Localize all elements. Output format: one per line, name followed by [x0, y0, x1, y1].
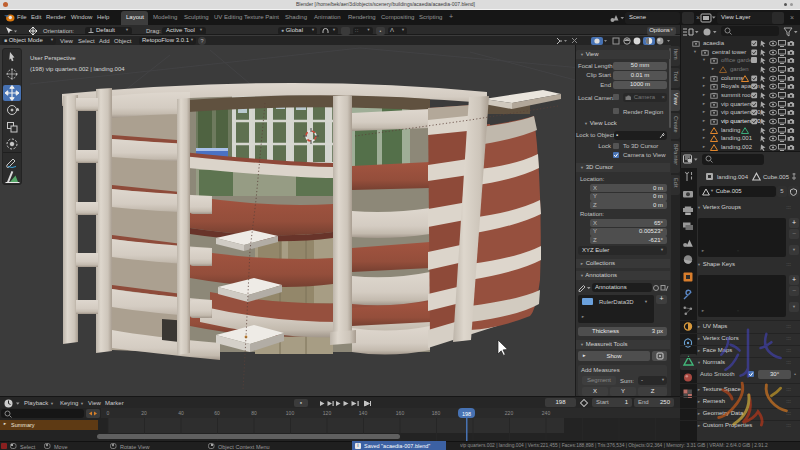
svg-text:220: 220 — [505, 410, 514, 416]
svg-text:User Perspective: User Perspective — [30, 55, 76, 61]
svg-text:0: 0 — [107, 410, 110, 416]
svg-text:160: 160 — [396, 410, 405, 416]
svg-text:80: 80 — [251, 410, 257, 416]
svg-text:60: 60 — [214, 410, 220, 416]
svg-text:180: 180 — [432, 410, 441, 416]
svg-text:40: 40 — [178, 410, 184, 416]
svg-text:120: 120 — [323, 410, 332, 416]
svg-text:198: 198 — [462, 411, 471, 417]
svg-text:240: 240 — [542, 410, 551, 416]
svg-text:(198) vip quarters.002 | landi: (198) vip quarters.002 | landing.004 — [30, 66, 125, 72]
svg-text:100: 100 — [286, 410, 295, 416]
svg-text:140: 140 — [359, 410, 368, 416]
svg-text:20: 20 — [141, 410, 147, 416]
